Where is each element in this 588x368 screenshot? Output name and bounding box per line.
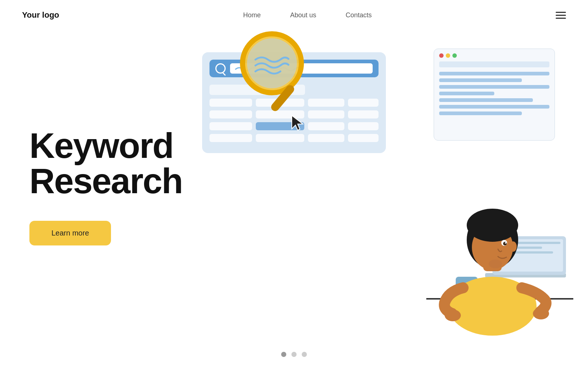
nav-about[interactable]: About us	[290, 11, 316, 19]
browser-dot-yellow	[446, 53, 450, 58]
nav-contacts[interactable]: Contacts	[346, 11, 372, 19]
svg-point-25	[505, 242, 506, 244]
person-illustration	[419, 155, 573, 339]
svg-point-2	[247, 38, 297, 88]
pagination-dot-1[interactable]	[281, 352, 286, 357]
result-row-4	[209, 134, 379, 142]
hero-title: Keyword Research	[29, 128, 184, 199]
hamburger-menu[interactable]	[556, 12, 566, 19]
search-icon	[215, 63, 226, 74]
svg-point-26	[489, 259, 502, 268]
svg-point-21	[467, 209, 518, 242]
nav-home[interactable]: Home	[243, 11, 261, 19]
hamburger-line-2	[556, 15, 566, 16]
svg-point-24	[503, 242, 507, 245]
hero-text: Keyword Research Learn more	[29, 128, 184, 245]
hamburger-line-3	[556, 18, 566, 19]
nav-links: Home About us Contacts	[243, 11, 372, 19]
hero-illustration	[184, 41, 566, 332]
magnifier-icon	[235, 26, 316, 122]
pagination-dot-3[interactable]	[302, 352, 307, 357]
browser-content	[439, 72, 549, 115]
hero-section: Keyword Research Learn more	[0, 30, 588, 332]
person-svg	[419, 155, 573, 339]
browser-panel	[434, 49, 555, 141]
pagination	[281, 352, 307, 357]
browser-dots	[439, 53, 549, 58]
svg-point-17	[533, 308, 549, 319]
navbar: Your logo Home About us Contacts	[0, 0, 588, 30]
browser-dot-green	[452, 53, 457, 58]
svg-point-16	[445, 309, 461, 321]
browser-dot-red	[439, 53, 444, 58]
svg-point-22	[509, 241, 517, 252]
learn-more-button[interactable]: Learn more	[29, 221, 111, 245]
pagination-dot-2[interactable]	[291, 352, 297, 357]
hamburger-line-1	[556, 12, 566, 13]
browser-url-bar	[439, 61, 549, 67]
logo: Your logo	[22, 10, 59, 20]
